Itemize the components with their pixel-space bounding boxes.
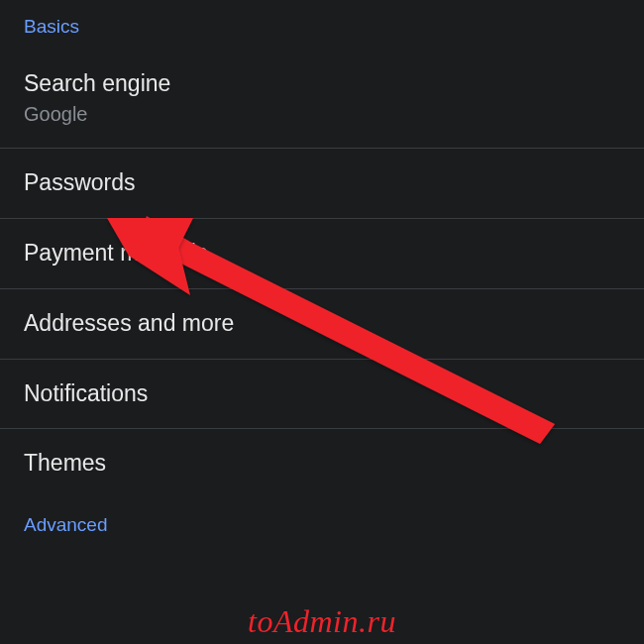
item-title: Notifications bbox=[24, 379, 620, 409]
settings-item-search-engine[interactable]: Search engine Google bbox=[0, 46, 644, 149]
settings-item-payment-methods[interactable]: Payment methods bbox=[0, 219, 644, 289]
item-title: Addresses and more bbox=[24, 309, 620, 339]
item-title: Search engine bbox=[24, 69, 620, 99]
settings-item-addresses[interactable]: Addresses and more bbox=[0, 289, 644, 360]
item-title: Themes bbox=[24, 449, 620, 479]
item-title: Passwords bbox=[24, 168, 620, 198]
settings-item-themes[interactable]: Themes bbox=[0, 429, 644, 498]
settings-item-passwords[interactable]: Passwords bbox=[0, 149, 644, 219]
item-subtitle: Google bbox=[24, 103, 620, 126]
item-title: Payment methods bbox=[24, 239, 620, 268]
watermark-text: toAdmin.ru bbox=[248, 603, 396, 640]
section-header-basics: Basics bbox=[0, 0, 644, 46]
settings-item-notifications[interactable]: Notifications bbox=[0, 360, 644, 430]
section-header-advanced: Advanced bbox=[0, 498, 644, 544]
